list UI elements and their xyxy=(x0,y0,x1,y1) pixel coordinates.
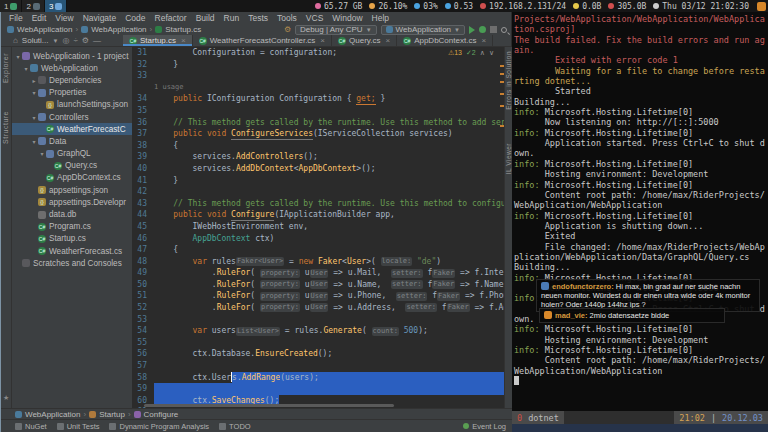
code-line[interactable]: 52 .RuleFor( property: uUser => u.Addres… xyxy=(132,302,504,314)
code-line[interactable]: 49 .RuleFor( property: uUser => u.Mail, … xyxy=(132,267,504,279)
menu-item-edit[interactable]: Edit xyxy=(28,13,51,23)
code-line[interactable]: 51 .RuleFor( property: uUser => u.Phone,… xyxy=(132,290,504,302)
run-button[interactable] xyxy=(469,26,475,34)
code-line[interactable]: 32 } xyxy=(132,59,504,71)
settings-icon[interactable]: ⚙ xyxy=(82,36,89,45)
tree-item[interactable]: ▾WebApplication xyxy=(12,62,132,74)
tree-item[interactable]: ▾Data xyxy=(12,135,132,147)
favorites-star-icon[interactable]: ★ xyxy=(3,394,9,402)
close-icon[interactable]: × xyxy=(385,36,390,45)
tool-stripe-errors-in-solution[interactable]: Errors in Solution xyxy=(505,51,512,110)
code-line[interactable]: 59 xyxy=(132,383,504,395)
breadcrumb-item[interactable]: WebApplication xyxy=(7,25,72,34)
tree-item[interactable]: C#AppDbContext.cs xyxy=(12,172,132,184)
breadcrumb-item[interactable]: Startup.cs xyxy=(155,25,201,34)
menu-item-view[interactable]: View xyxy=(51,13,77,23)
tool-stripe-explorer[interactable]: Explorer xyxy=(2,53,9,83)
toolwindow-button-nuget[interactable]: NuGet xyxy=(15,422,47,431)
tree-item[interactable]: {}launchSettings.json xyxy=(12,99,132,111)
code-line[interactable]: 33 xyxy=(132,70,504,82)
tree-item[interactable]: ▾Properties xyxy=(12,87,132,99)
tray-icon[interactable] xyxy=(757,2,766,11)
workspace-button[interactable]: 1 xyxy=(0,0,22,12)
close-icon[interactable]: × xyxy=(481,36,486,45)
next-issue-icon[interactable]: ∨ xyxy=(489,49,494,57)
code-line[interactable]: 55 xyxy=(132,337,504,349)
tree-item[interactable]: C#Startup.cs xyxy=(12,233,132,245)
tree-item[interactable]: C#WeatherForecast.cs xyxy=(12,245,132,257)
menu-item-refactor[interactable]: Refactor xyxy=(151,13,191,23)
toolwindow-button-unit-tests[interactable]: Unit Tests xyxy=(57,422,100,431)
code-line[interactable]: 58 ctx.Users.AddRange(users); xyxy=(132,372,504,384)
code-line[interactable]: 46 AppDbContext ctx) xyxy=(132,233,504,245)
tree-item[interactable]: C#Query.cs xyxy=(12,160,132,172)
menu-item-run[interactable]: Run xyxy=(220,13,244,23)
debug-button[interactable] xyxy=(479,26,486,33)
chevron-expanded-icon[interactable]: ▾ xyxy=(14,53,22,60)
tree-item[interactable]: {}appsettings.Developr xyxy=(12,196,132,208)
code-line[interactable]: 48 var rulesFaker<User> = new Faker<User… xyxy=(132,256,504,268)
close-icon[interactable]: × xyxy=(181,36,186,45)
editor-tab[interactable]: C#Query.cs× xyxy=(332,35,397,46)
menu-item-tests[interactable]: Tests xyxy=(244,13,272,23)
chevron-collapsed-icon[interactable]: ▸ xyxy=(30,77,38,84)
prev-issue-icon[interactable]: ∧ xyxy=(480,49,485,57)
tree-item[interactable]: C#WeatherForecastC xyxy=(12,123,132,135)
chat-notification-toast[interactable]: mad_vie: 2mio datensaetze bidde xyxy=(539,308,725,323)
workspace-button[interactable]: 2 xyxy=(22,0,44,12)
build-hammer-icon[interactable]: ⚙ xyxy=(284,25,291,34)
code-line[interactable]: 37 public void ConfigureServices(IServic… xyxy=(132,128,504,140)
editor-breadcrumb-item[interactable]: Configure xyxy=(134,410,179,419)
inspection-widget[interactable]: ⚠13 ✓2 ∧ ∨ xyxy=(448,49,494,57)
menu-item-build[interactable]: Build xyxy=(192,13,219,23)
code-line[interactable]: 35 xyxy=(132,105,504,117)
close-icon[interactable]: × xyxy=(320,36,325,45)
code-line[interactable]: 57 xyxy=(132,360,504,372)
code-line[interactable]: 43 // This method gets called by the run… xyxy=(132,198,504,210)
terminal-window[interactable]: Projects/WebApplication/WebApplication/W… xyxy=(512,12,768,432)
code-line[interactable]: 38 { xyxy=(132,140,504,152)
editor-breadcrumb-item[interactable]: Startup xyxy=(89,410,125,419)
breadcrumb-item[interactable]: WebApplication xyxy=(81,25,146,34)
code-line[interactable]: 40 services.AddDbContext<AppDbContext>()… xyxy=(132,163,504,175)
menu-item-help[interactable]: Help xyxy=(368,13,393,23)
code-line[interactable]: 47 { xyxy=(132,244,504,256)
code-line[interactable]: 39 services.AddControllers(); xyxy=(132,151,504,163)
toolwindow-button-todo[interactable]: TODO xyxy=(219,422,251,431)
code-line[interactable]: 56 ctx.Database.EnsureCreated(); xyxy=(132,348,504,360)
code-editor[interactable]: 31 Configuration = configuration;32 }331… xyxy=(132,47,504,408)
code-line[interactable]: 54 var usersList<User> = rules.Generate(… xyxy=(132,325,504,337)
collapse-all-icon[interactable]: ÷ xyxy=(73,36,77,45)
menu-item-window[interactable]: Window xyxy=(328,13,366,23)
code-line[interactable]: 50 .RuleFor( property: uUser => u.Name, … xyxy=(132,279,504,291)
hide-panel-icon[interactable]: — xyxy=(93,36,101,45)
code-line[interactable]: 1 usage xyxy=(132,82,504,94)
run-config-select[interactable]: WebApplication ▼ xyxy=(381,25,465,35)
solution-view-title[interactable]: Soluti... xyxy=(22,36,49,45)
chevron-expanded-icon[interactable]: ▾ xyxy=(22,65,30,72)
tree-item[interactable]: ▸Dependencies xyxy=(12,74,132,86)
code-line[interactable]: 41 } xyxy=(132,175,504,187)
chevron-expanded-icon[interactable]: ▾ xyxy=(38,150,46,157)
chevron-expanded-icon[interactable]: ▾ xyxy=(30,114,38,121)
tool-stripe-structure[interactable]: Structure xyxy=(2,111,9,144)
search-everywhere-icon[interactable] xyxy=(501,27,507,33)
editor-tab[interactable]: C#Startup.cs× xyxy=(123,35,193,46)
code-line[interactable]: 45 IWebHostEnvironment env, xyxy=(132,221,504,233)
stop-button[interactable] xyxy=(490,26,497,33)
editor-tab[interactable]: C#AppDbContext.cs× xyxy=(397,35,493,46)
tree-item[interactable]: {}appsettings.json xyxy=(12,184,132,196)
tree-item[interactable]: ▾GraphQL xyxy=(12,148,132,160)
menu-item-file[interactable]: File xyxy=(5,13,27,23)
code-line[interactable]: 42 xyxy=(132,186,504,198)
code-line[interactable]: 44 public void Configure(IApplicationBui… xyxy=(132,209,504,221)
menu-item-tools[interactable]: Tools xyxy=(273,13,301,23)
code-line[interactable]: 53 xyxy=(132,314,504,326)
tree-item[interactable]: ▾Controllers xyxy=(12,111,132,123)
locate-icon[interactable]: ◎ xyxy=(62,36,69,45)
editor-breadcrumb-item[interactable]: WebApplication xyxy=(15,410,80,419)
tmux-window[interactable]: 0 dotnet xyxy=(512,411,564,424)
tool-stripe-il-viewer[interactable]: IL Viewer xyxy=(505,143,512,174)
tree-item[interactable]: Scratches and Consoles xyxy=(12,257,132,269)
tree-item[interactable]: data.db xyxy=(12,208,132,220)
